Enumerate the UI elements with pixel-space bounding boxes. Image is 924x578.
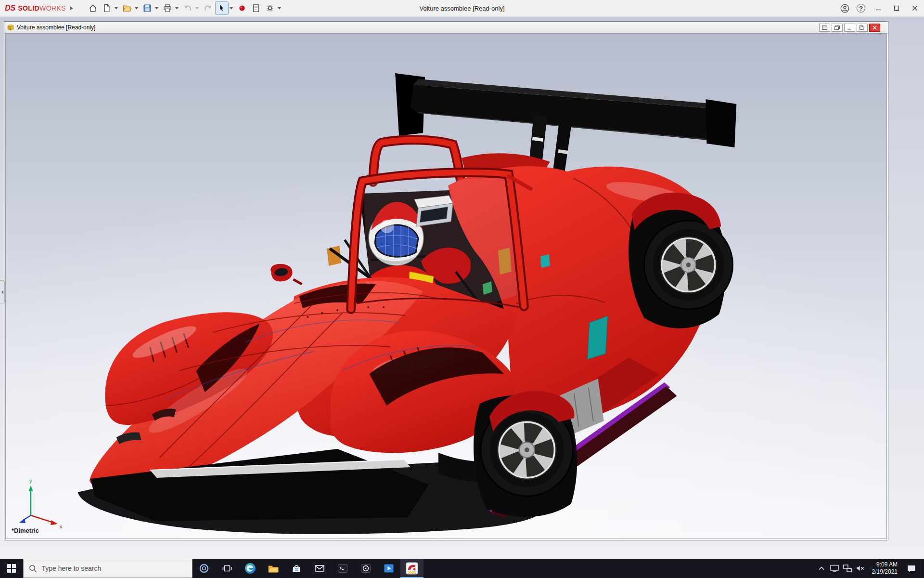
undo-dropdown[interactable]: [195, 7, 199, 10]
account-icon: [840, 4, 849, 13]
notification-icon: [907, 564, 916, 573]
help-icon: ?: [857, 4, 865, 13]
red-dot-icon: [237, 3, 247, 13]
doc-cascade-button[interactable]: [832, 24, 843, 32]
windows-logo-icon: [7, 564, 16, 573]
document-properties-icon: [251, 3, 261, 13]
document-title: Voiture assomblee [Read-only]: [17, 24, 95, 31]
menu-expand-arrow-icon[interactable]: [70, 4, 74, 13]
document-window: Voiture assomblee [Read-only]: [4, 21, 888, 540]
minimize-button[interactable]: [869, 0, 887, 16]
tray-display-button[interactable]: [828, 559, 841, 578]
select-cursor-icon: [217, 3, 227, 13]
doc-restore-button[interactable]: [857, 24, 868, 32]
search-input[interactable]: [41, 564, 187, 573]
save-icon: [142, 3, 152, 13]
redo-icon: [203, 3, 213, 13]
options-button[interactable]: [263, 1, 277, 15]
select-tool-dropdown[interactable]: [230, 7, 233, 10]
assembly-cube-icon: [7, 24, 14, 31]
open-icon: [122, 3, 132, 13]
taskbar-console-button[interactable]: [331, 559, 354, 578]
task-view-icon: [222, 563, 232, 574]
store-icon: [290, 562, 303, 575]
app-titlebar: DSSOLIDWORKS: [0, 0, 924, 17]
scene-svg: y x *Dimetric: [6, 34, 886, 539]
sw-year-badge: 2021: [408, 570, 416, 575]
right-rear-wheel[interactable]: [644, 221, 732, 309]
mdi-area: Voiture assomblee [Read-only]: [0, 16, 924, 559]
new-document-dropdown[interactable]: [115, 7, 118, 10]
doc-minimize-icon: [847, 26, 852, 30]
home-button[interactable]: [86, 1, 100, 15]
save-dropdown[interactable]: [155, 7, 158, 10]
volume-muted-icon: [856, 564, 865, 573]
tray-expand-button[interactable]: [815, 559, 828, 578]
taskbar-media-button[interactable]: [354, 559, 377, 578]
solidworks-logo: DSSOLIDWORKS: [5, 4, 66, 13]
close-button[interactable]: [906, 0, 924, 16]
account-button[interactable]: [836, 0, 853, 16]
show-desktop-button[interactable]: [921, 559, 924, 578]
print-dropdown[interactable]: [175, 7, 179, 10]
display-icon: [830, 564, 839, 573]
select-tool-button[interactable]: [215, 1, 229, 15]
doc-restore-icon: [860, 26, 865, 30]
taskbar-mail-button[interactable]: [308, 559, 331, 578]
search-icon: [29, 565, 37, 573]
tray-network-button[interactable]: [841, 559, 854, 578]
settings-gear-icon: [265, 3, 275, 13]
view-orientation-label: *Dimetric: [12, 527, 39, 534]
taskbar-clock[interactable]: 9:09 AM 2/19/2021: [867, 561, 902, 576]
print-icon: [163, 3, 172, 13]
clock-time: 9:09 AM: [872, 561, 898, 568]
doc-minimize-button[interactable]: [844, 24, 855, 32]
axis-x-label: x: [60, 524, 63, 529]
close-icon: [912, 5, 918, 11]
cascade-icon: [834, 26, 840, 30]
taskbar-file-explorer-button[interactable]: [262, 559, 285, 578]
taskbar-store-button[interactable]: [285, 559, 308, 578]
solidworks-app-icon: 2021: [405, 562, 419, 575]
document-window-buttons: [819, 24, 880, 32]
minimize-icon: [875, 5, 881, 11]
app-title: Voiture assomblee [Read-only]: [419, 5, 504, 12]
collapse-arrow-icon: [1, 290, 4, 294]
mail-icon: [313, 562, 326, 575]
doc-tile-button[interactable]: [819, 24, 830, 32]
graphics-viewport[interactable]: y x *Dimetric: [5, 33, 887, 539]
tray-volume-button[interactable]: [854, 559, 867, 578]
taskbar-solidworks-button[interactable]: 2021: [400, 559, 424, 578]
new-document-button[interactable]: [100, 1, 114, 15]
document-properties-button[interactable]: [249, 1, 263, 15]
video-app-icon: [383, 562, 395, 575]
task-view-button[interactable]: [216, 559, 239, 578]
open-dropdown[interactable]: [135, 7, 138, 10]
help-button[interactable]: ?: [853, 0, 869, 16]
maximize-button[interactable]: [887, 0, 906, 16]
doc-close-button[interactable]: [869, 24, 880, 32]
featuremanager-splitter-tab[interactable]: [0, 280, 5, 303]
red-dot-button[interactable]: [235, 1, 249, 15]
undo-icon: [183, 3, 192, 13]
start-button[interactable]: [0, 559, 23, 578]
taskbar-edge-button[interactable]: [239, 559, 262, 578]
file-explorer-icon: [267, 562, 280, 575]
redo-button[interactable]: [201, 1, 215, 15]
edge-icon: [244, 562, 257, 575]
notification-center-button[interactable]: [902, 559, 921, 578]
open-button[interactable]: [120, 1, 134, 15]
ds-logo: DS: [5, 4, 15, 13]
screen: DSSOLIDWORKS: [0, 0, 924, 578]
document-titlebar[interactable]: Voiture assomblee [Read-only]: [4, 22, 888, 34]
taskbar-search[interactable]: [23, 559, 192, 578]
cortana-button[interactable]: [192, 559, 216, 578]
taskbar: 2021 9:09 AM 2/19/2021: [0, 559, 924, 578]
maximize-icon: [894, 5, 899, 11]
print-button[interactable]: [161, 1, 174, 15]
save-button[interactable]: [141, 1, 154, 15]
taskbar-video-button[interactable]: [377, 559, 400, 578]
undo-button[interactable]: [181, 1, 194, 15]
options-dropdown[interactable]: [278, 7, 281, 10]
clock-date: 2/19/2021: [872, 568, 898, 576]
